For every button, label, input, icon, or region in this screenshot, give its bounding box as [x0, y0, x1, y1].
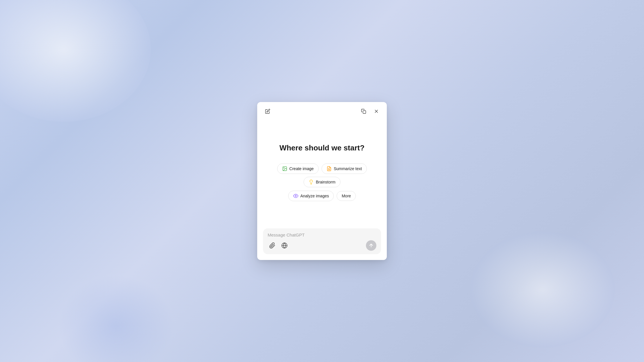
more-chip[interactable]: More — [337, 191, 356, 201]
brainstorm-chip[interactable]: Brainstorm — [304, 177, 340, 187]
header-left — [263, 107, 272, 116]
summarize-text-chip[interactable]: Summarize text — [322, 163, 367, 174]
input-actions — [268, 240, 376, 251]
restore-button[interactable] — [359, 107, 368, 116]
image-icon — [282, 166, 287, 171]
dialog-footer — [257, 224, 387, 260]
dialog-body: Where should we start? Create image — [257, 118, 387, 224]
main-title: Where should we start? — [280, 143, 364, 153]
create-image-chip[interactable]: Create image — [277, 163, 319, 174]
edit-icon — [265, 109, 270, 114]
analyze-images-chip[interactable]: Analyze images — [288, 191, 334, 201]
svg-point-10 — [295, 195, 296, 197]
svg-point-4 — [284, 168, 284, 168]
chips-row-2: Analyze images More — [288, 191, 356, 201]
summarize-text-label: Summarize text — [334, 166, 362, 171]
analyze-images-label: Analyze images — [300, 194, 329, 198]
globe-icon — [281, 242, 288, 249]
brainstorm-label: Brainstorm — [316, 180, 335, 184]
header-right — [359, 107, 381, 116]
restore-icon — [361, 109, 366, 114]
attach-button[interactable] — [268, 241, 277, 250]
chat-dialog: Where should we start? Create image — [257, 102, 387, 260]
message-input-area — [263, 228, 381, 254]
dialog-header — [257, 102, 387, 118]
chips-row-1: Create image Summarize text — [269, 163, 375, 187]
new-chat-button[interactable] — [263, 107, 272, 116]
create-image-label: Create image — [289, 166, 314, 171]
close-button[interactable] — [372, 107, 381, 116]
more-label: More — [342, 194, 351, 198]
send-arrow-icon — [369, 243, 374, 248]
paperclip-icon — [269, 242, 275, 249]
input-left-actions — [268, 241, 289, 250]
eye-icon — [293, 193, 298, 199]
document-icon — [326, 166, 332, 171]
close-icon — [374, 109, 379, 114]
bulb-icon — [309, 179, 314, 185]
svg-rect-0 — [363, 111, 366, 114]
browse-button[interactable] — [280, 241, 289, 250]
send-button[interactable] — [366, 240, 376, 251]
message-input[interactable] — [268, 232, 376, 237]
